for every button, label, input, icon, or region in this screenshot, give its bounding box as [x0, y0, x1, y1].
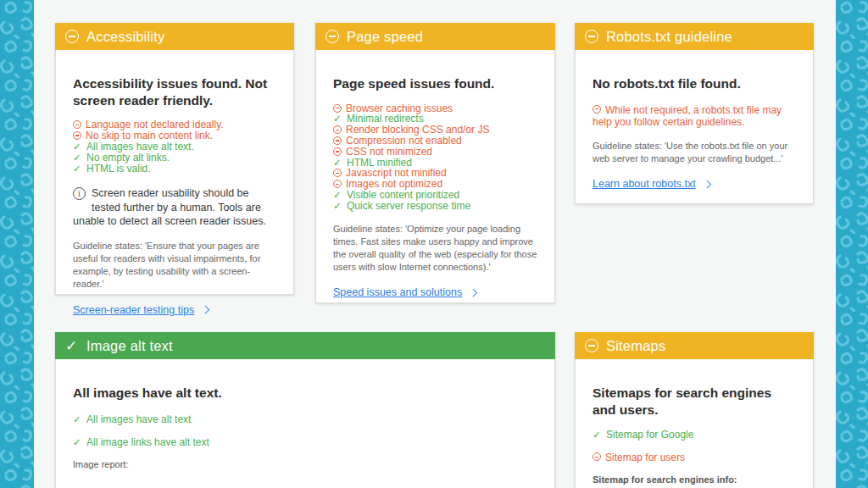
card-body: Accessibility issues found. Not screen r…: [56, 50, 293, 328]
status-icon: [333, 169, 342, 177]
card-accessibility: Accessibility Accessibility issues found…: [55, 23, 294, 295]
vermicular-pattern-right: [836, 0, 868, 488]
card-image-alt-text-header: Image alt text: [55, 332, 555, 359]
status-icon: [73, 141, 82, 151]
link-row: Learn about robots.txt: [593, 178, 798, 190]
card-title: Accessibility: [86, 29, 164, 45]
status-icon: [333, 190, 342, 199]
card-title: Page speed: [347, 29, 423, 45]
guideline-text: Guideline states: 'Optimize your page lo…: [333, 223, 539, 274]
warning-note-text: While not required, a robots.txt file ma…: [593, 104, 782, 129]
check-item: HTML is valid.: [73, 164, 278, 175]
speed-issues-link[interactable]: Speed issues and solutions: [333, 286, 462, 298]
status-icon: [333, 125, 342, 134]
info-note-text: Screen reader usability should be tested…: [73, 187, 266, 227]
card-heading: Sitemaps for search engines and users.: [593, 385, 798, 418]
circled-minus-icon: [326, 30, 339, 43]
status-icon: [73, 152, 82, 162]
status-icon: [333, 180, 342, 188]
link-row: Screen-reader testing tips: [73, 304, 278, 316]
check-item: CSS not minimized: [333, 147, 539, 158]
card-heading: All images have alt text.: [73, 385, 539, 402]
info-icon: [73, 187, 86, 200]
vermicular-pattern-svg: [836, 0, 868, 488]
card-title: Robots.txt guideline: [606, 29, 732, 45]
card-body: No robots.txt file found. While not requ…: [576, 50, 813, 202]
card-page-speed-header: Page speed: [315, 23, 555, 50]
screen-reader-tips-link[interactable]: Screen-reader testing tips: [73, 304, 194, 316]
status-icon: [333, 147, 342, 156]
check-item: All image links have alt text: [73, 436, 539, 449]
card-title: Sitemaps: [606, 338, 665, 354]
info-note: Screen reader usability should be tested…: [73, 186, 278, 229]
check-item: All images have alt text: [73, 413, 539, 426]
status-icon: [333, 136, 342, 145]
robots-txt-link[interactable]: Learn about robots.txt: [593, 178, 696, 190]
circled-minus-icon: [593, 105, 601, 114]
status-icon: [333, 114, 342, 123]
check-list: All images have alt textAll image links …: [73, 413, 539, 449]
status-icon: [73, 164, 82, 173]
check-item: Sitemap for users: [593, 452, 798, 464]
circled-minus-icon: [585, 30, 598, 43]
status-icon: [73, 413, 82, 423]
card-body: Sitemaps for search engines and users. S…: [576, 359, 813, 488]
status-icon: [333, 201, 342, 210]
status-icon: [593, 452, 601, 461]
image-report-label: Image report:: [73, 459, 539, 469]
status-icon: [73, 436, 82, 446]
card-accessibility-header: Accessibility: [55, 23, 294, 50]
card-body: All images have alt text. All images hav…: [56, 359, 554, 481]
link-row: Speed issues and solutions: [333, 286, 539, 298]
check-list: Language not declared ideally.No skip to…: [73, 119, 278, 174]
guideline-text: Guideline states: 'Use the robots.txt fi…: [593, 140, 798, 165]
chevron-right-icon: [703, 180, 710, 187]
status-icon: [73, 131, 81, 140]
status-icon: [593, 429, 602, 438]
vermicular-pattern-left: [0, 0, 34, 488]
check-item: Visible content prioritized: [333, 190, 539, 201]
card-page-speed: Page speed Page speed issues found. Brow…: [315, 23, 555, 303]
card-heading: Page speed issues found.: [333, 75, 539, 92]
card-heading: No robots.txt file found.: [593, 75, 798, 92]
chevron-right-icon: [470, 288, 477, 296]
card-heading: Accessibility issues found. Not screen r…: [73, 75, 278, 108]
card-sitemaps-header: Sitemaps: [575, 332, 814, 359]
card-robots-txt: Robots.txt guideline No robots.txt file …: [575, 23, 814, 204]
check-list: Browser caching issuesMinimal redirectsR…: [333, 103, 539, 212]
circled-minus-icon: [585, 339, 598, 352]
vermicular-pattern-svg: [0, 0, 34, 488]
check-icon: [65, 339, 79, 352]
check-item: Quick server response time: [333, 201, 539, 212]
card-sitemaps: Sitemaps Sitemaps for search engines and…: [575, 332, 814, 488]
card-robots-txt-header: Robots.txt guideline: [575, 23, 814, 50]
card-title: Image alt text: [86, 338, 173, 354]
guideline-text: Guideline states: 'Ensure that your page…: [73, 240, 278, 291]
status-icon: [333, 158, 342, 167]
check-item: Sitemap for Google: [593, 429, 798, 441]
check-item: No empty alt links.: [73, 152, 278, 164]
circled-minus-icon: [65, 30, 79, 43]
card-body: Page speed issues found. Browser caching…: [316, 50, 554, 310]
sitemap-info-label: Sitemap for search engines info:: [593, 474, 798, 485]
check-item: Compression not enabled: [333, 136, 539, 147]
check-item: All images have alt text.: [73, 141, 278, 152]
status-icon: [333, 104, 342, 113]
warning-note: While not required, a robots.txt file ma…: [593, 104, 798, 129]
status-icon: [73, 120, 81, 129]
card-image-alt-text: Image alt text All images have alt text.…: [55, 332, 555, 488]
check-list: Sitemap for GoogleSitemap for users: [593, 429, 798, 464]
chevron-right-icon: [202, 306, 209, 313]
seo-audit-page: { "page": { "background_color": "#f5f6f6…: [0, 0, 868, 488]
